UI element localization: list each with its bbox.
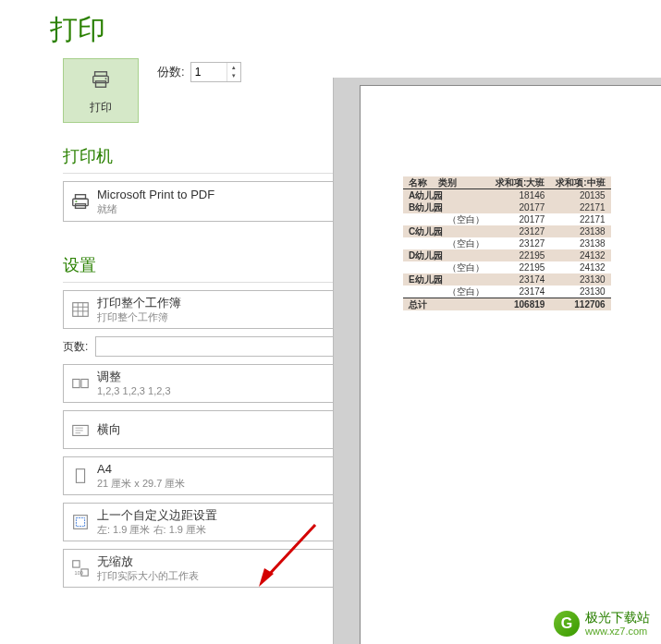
- watermark-logo-icon: G: [554, 611, 580, 637]
- svg-rect-14: [81, 379, 88, 387]
- col-header: 求和项:中班: [550, 176, 610, 189]
- page-from-input[interactable]: [96, 337, 343, 356]
- pages-label: 页数:: [63, 339, 88, 355]
- collate-icon: [64, 373, 97, 394]
- copies-stepper[interactable]: ▴ ▾: [190, 62, 241, 82]
- svg-rect-2: [96, 80, 106, 86]
- total-c1: 106819: [490, 298, 550, 311]
- preview-page: 名称 类别 求和项:大班 求和项:中班 A幼儿园1814620135B幼儿园20…: [360, 85, 661, 644]
- page-from-stepper[interactable]: ▴▾: [95, 336, 358, 357]
- pivot-table: 名称 类别 求和项:大班 求和项:中班 A幼儿园1814620135B幼儿园20…: [403, 176, 611, 310]
- printer-icon: [91, 67, 111, 96]
- landscape-icon: [64, 419, 97, 440]
- svg-rect-13: [73, 379, 80, 387]
- col-header: 类别: [433, 176, 490, 189]
- svg-rect-5: [76, 195, 86, 200]
- copies-input[interactable]: [191, 63, 226, 81]
- watermark-name: 极光下载站: [585, 611, 650, 625]
- total-label: 总计: [403, 298, 490, 311]
- svg-rect-20: [74, 516, 88, 529]
- svg-rect-8: [73, 303, 89, 317]
- margins-icon: [64, 512, 97, 532]
- watermark-url: www.xz7.com: [585, 626, 650, 637]
- print-button[interactable]: 打印: [63, 58, 139, 123]
- printer-device-icon: [64, 191, 97, 212]
- copies-up[interactable]: ▴: [227, 63, 240, 71]
- svg-rect-22: [73, 561, 80, 567]
- print-button-label: 打印: [90, 100, 112, 115]
- col-header: 求和项:大班: [490, 176, 550, 189]
- svg-point-3: [105, 78, 107, 79]
- svg-point-7: [75, 200, 77, 202]
- print-preview-panel: 名称 类别 求和项:大班 求和项:中班 A幼儿园1814620135B幼儿园20…: [333, 78, 661, 644]
- workbook-icon: [64, 299, 97, 320]
- copies-label: 份数:: [157, 64, 185, 80]
- copies-down[interactable]: ▾: [227, 71, 240, 79]
- col-header: 名称: [403, 176, 433, 189]
- watermark: G 极光下载站 www.xz7.com: [554, 611, 650, 637]
- page-title: 打印: [17, 0, 661, 58]
- paper-icon: [64, 466, 97, 486]
- total-c2: 112706: [550, 298, 610, 311]
- scaling-icon: 100: [64, 558, 97, 578]
- svg-text:100: 100: [75, 570, 83, 576]
- svg-rect-19: [76, 469, 84, 483]
- svg-rect-21: [76, 517, 84, 526]
